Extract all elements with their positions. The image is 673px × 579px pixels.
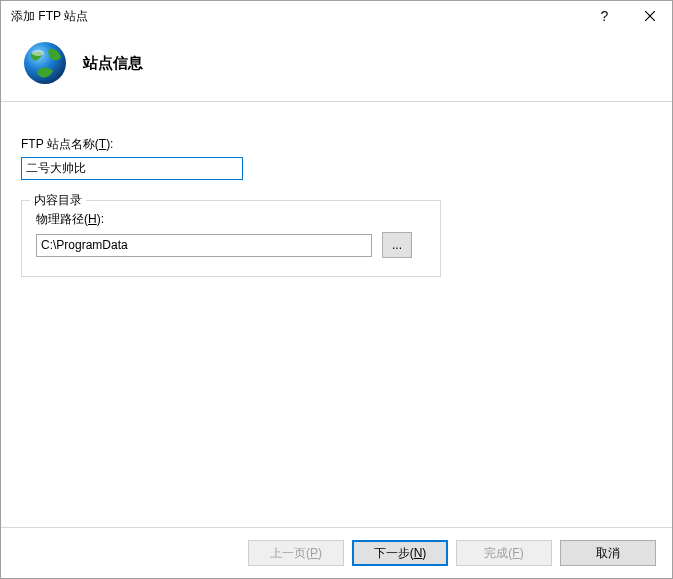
close-icon — [645, 11, 655, 21]
browse-button[interactable]: ... — [382, 232, 412, 258]
physical-path-input[interactable] — [36, 234, 372, 257]
path-row: ... — [36, 232, 426, 258]
svg-point-0 — [24, 42, 66, 84]
dialog-header: 站点信息 — [1, 31, 672, 102]
dialog-footer: 上一页(P) 下一步(N) 完成(F) 取消 — [1, 527, 672, 578]
help-button[interactable]: ? — [582, 1, 627, 31]
help-icon: ? — [601, 8, 609, 24]
page-title: 站点信息 — [83, 54, 143, 73]
close-button[interactable] — [627, 1, 672, 31]
content-directory-group: 内容目录 物理路径(H): ... — [21, 200, 441, 277]
dialog-window: 添加 FTP 站点 ? — [0, 0, 673, 579]
window-title: 添加 FTP 站点 — [11, 8, 582, 25]
finish-button: 完成(F) — [456, 540, 552, 566]
svg-point-1 — [32, 50, 44, 56]
globe-icon — [21, 39, 69, 87]
cancel-button[interactable]: 取消 — [560, 540, 656, 566]
next-button[interactable]: 下一步(N) — [352, 540, 448, 566]
previous-button: 上一页(P) — [248, 540, 344, 566]
groupbox-legend: 内容目录 — [30, 192, 86, 209]
physical-path-label: 物理路径(H): — [36, 211, 426, 228]
titlebar: 添加 FTP 站点 ? — [1, 1, 672, 31]
site-name-input[interactable] — [21, 157, 243, 180]
content-area: FTP 站点名称(T): 内容目录 物理路径(H): ... — [1, 102, 672, 527]
site-name-label: FTP 站点名称(T): — [21, 136, 652, 153]
